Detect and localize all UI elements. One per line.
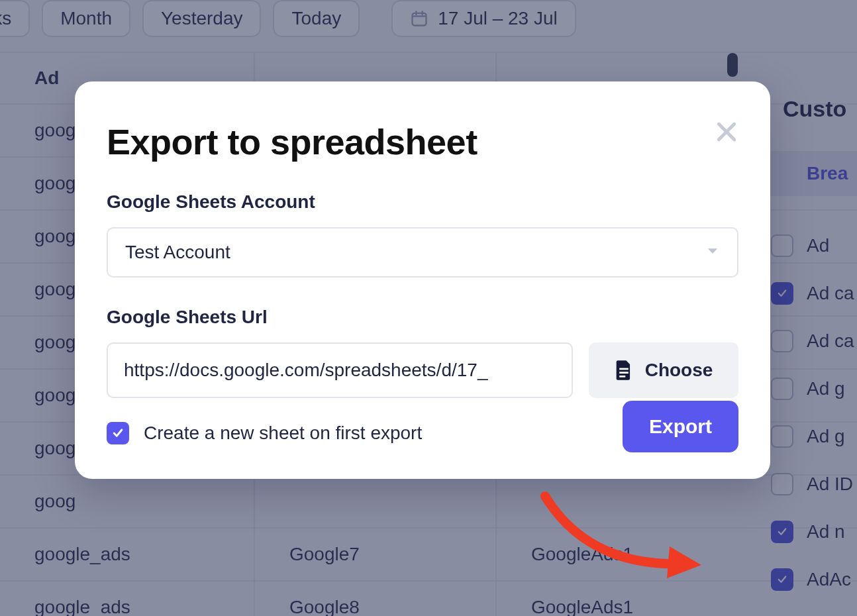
export-button[interactable]: Export: [623, 401, 738, 452]
export-modal: Export to spreadsheet Google Sheets Acco…: [75, 81, 770, 479]
new-sheet-label: Create a new sheet on first export: [144, 423, 422, 444]
url-input[interactable]: [107, 342, 573, 398]
svg-rect-1: [619, 368, 629, 370]
choose-button-label: Choose: [645, 360, 713, 381]
chevron-down-icon: [705, 242, 720, 263]
url-label: Google Sheets Url: [107, 307, 738, 328]
account-select[interactable]: Test Account: [107, 227, 738, 278]
account-value: Test Account: [125, 242, 230, 263]
document-icon: [615, 359, 633, 382]
modal-title: Export to spreadsheet: [107, 121, 738, 162]
svg-rect-2: [619, 372, 629, 374]
close-button[interactable]: [707, 113, 746, 153]
close-icon: [713, 119, 740, 148]
account-label: Google Sheets Account: [107, 191, 738, 213]
svg-rect-3: [619, 376, 625, 378]
checkbox-checked[interactable]: [107, 422, 129, 444]
choose-button[interactable]: Choose: [589, 342, 738, 398]
